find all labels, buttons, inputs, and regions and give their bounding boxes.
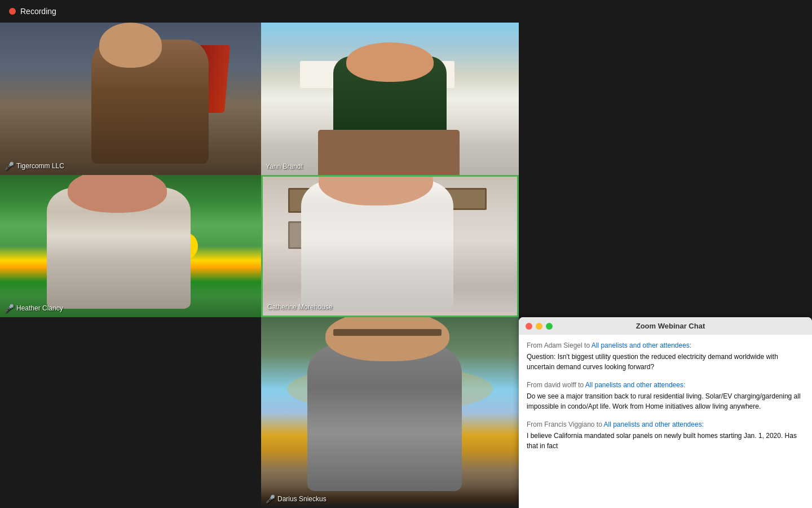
video-cell-yann: SOLYNDRA Yann Brandt <box>261 23 519 175</box>
chat-title: Zoom Webinar Chat <box>536 322 805 330</box>
chat-from-3: From Francis Viggiano to All panelists a… <box>527 419 804 430</box>
darius-video <box>261 317 519 508</box>
chat-link-2[interactable]: All panelists and other attendees: <box>585 381 685 389</box>
chat-body-1: Question: Isn't biggest utility question… <box>527 352 804 372</box>
chat-link-1[interactable]: All panelists and other attendees: <box>592 341 691 349</box>
yann-label: Yann Brandt <box>266 163 303 170</box>
chat-from-1: From Adam Siegel to All panelists and ot… <box>527 340 804 351</box>
chat-body-2: Do we see a major transition back to rur… <box>527 391 804 411</box>
right-panel-background <box>519 0 812 317</box>
recording-bar: Recording <box>0 0 519 23</box>
heather-label: 🎤 Heather Clancy <box>5 304 63 313</box>
chat-panel: Zoom Webinar Chat From Adam Siegel to Al… <box>519 317 812 508</box>
recording-label: Recording <box>20 7 56 16</box>
chat-titlebar: Zoom Webinar Chat <box>519 317 812 335</box>
recording-dot <box>9 8 16 15</box>
chat-body-3: I believe California mandated solar pane… <box>527 431 804 451</box>
chat-link-3[interactable]: All panelists and other attendees: <box>604 421 704 428</box>
tigercomm-video <box>0 23 261 175</box>
video-cell-darius: 🎤 Darius Snieckus <box>261 317 519 508</box>
chat-message-2: From david wolff to All panelists and ot… <box>527 380 804 411</box>
video-cell-catherine: Catherine Morehouse <box>261 175 519 317</box>
heather-mic-icon: 🎤 <box>5 304 14 313</box>
video-cell-tigercomm: 🎤 Tigercomm LLC <box>0 23 261 175</box>
darius-mic-icon: 🎤 <box>266 494 275 503</box>
chat-from-2: From david wolff to All panelists and ot… <box>527 380 804 390</box>
titlebar-close-dot[interactable] <box>526 323 532 330</box>
heather-video <box>0 175 261 317</box>
catherine-label: Catherine Morehouse <box>267 303 332 311</box>
yann-video: SOLYNDRA <box>261 23 519 175</box>
video-grid: 🎤 Tigercomm LLC SOLYNDRA Yann Brandt <box>0 0 519 508</box>
chat-message-1: From Adam Siegel to All panelists and ot… <box>527 340 804 372</box>
chat-messages-container[interactable]: From Adam Siegel to All panelists and ot… <box>519 335 812 508</box>
tigercomm-label: 🎤 Tigercomm LLC <box>5 161 64 170</box>
catherine-video <box>263 177 517 316</box>
tigercomm-mic-icon: 🎤 <box>5 161 14 170</box>
video-cell-heather: 🎤 Heather Clancy <box>0 175 261 317</box>
darius-label: 🎤 Darius Snieckus <box>266 494 326 503</box>
chat-message-3: From Francis Viggiano to All panelists a… <box>527 419 804 451</box>
